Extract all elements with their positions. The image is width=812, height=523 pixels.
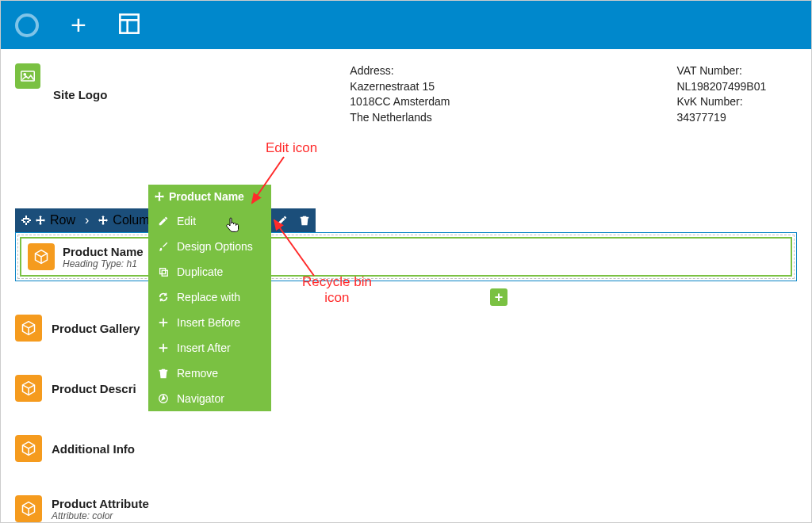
address-line2: 1018CC Amsterdam — [350, 94, 450, 110]
layout-template-icon[interactable] — [118, 13, 140, 38]
pencil-icon — [158, 216, 169, 227]
svg-line-8 — [252, 157, 284, 203]
block-title: Product Name — [63, 245, 144, 258]
context-menu-title: Product Name — [169, 190, 244, 203]
block-title: Product Descri — [52, 382, 136, 395]
vat-block: VAT Number: NL198207499B01 KvK Number: 3… — [676, 63, 766, 125]
ctx-replace-with[interactable]: Replace with — [148, 284, 271, 310]
ctx-item-label: Replace with — [177, 291, 240, 303]
cube-icon — [15, 375, 42, 402]
move-icon — [36, 216, 45, 225]
additional-info-element[interactable]: Additional Info — [15, 435, 797, 462]
annotation-arrow-bin — [270, 216, 326, 283]
product-description-element[interactable]: Product Descri — [15, 375, 797, 402]
block-title: Product Gallery — [52, 322, 140, 335]
plus-icon — [158, 342, 169, 353]
top-toolbar: + — [1, 1, 811, 49]
ctx-remove[interactable]: Remove — [148, 361, 271, 386]
cube-icon — [15, 495, 42, 522]
kvk-label: KvK Number: — [676, 94, 766, 110]
ctx-duplicate[interactable]: Duplicate — [148, 259, 271, 284]
svg-line-9 — [274, 220, 314, 276]
ctx-item-label: Duplicate — [177, 265, 223, 278]
element-breadcrumb: Row › Column Product Name — [15, 208, 797, 232]
annotation-edit-label: Edit icon — [266, 140, 317, 156]
vat-value: NL198207499B01 — [676, 79, 766, 95]
move-icon — [155, 192, 164, 201]
svg-rect-6 — [162, 271, 167, 277]
svg-rect-0 — [120, 14, 138, 32]
block-title: Additional Info — [52, 442, 135, 456]
svg-rect-5 — [160, 269, 166, 274]
breadcrumb-row-label: Row — [50, 213, 75, 227]
refresh-icon — [158, 292, 169, 303]
duplicate-icon — [158, 266, 169, 277]
site-logo-placeholder[interactable] — [15, 63, 40, 89]
svg-point-4 — [24, 74, 25, 75]
block-subtitle: Heading Type: h1 — [63, 258, 144, 269]
column-outline[interactable]: Product Name Heading Type: h1 — [17, 235, 795, 279]
product-gallery-element[interactable]: Product Gallery — [15, 315, 797, 342]
plus-icon — [158, 317, 169, 328]
address-line1: Kazernestraat 15 — [350, 79, 450, 95]
ctx-design-options[interactable]: Design Options — [148, 234, 271, 259]
ctx-navigator[interactable]: Navigator — [148, 386, 271, 411]
address-block: Address: Kazernestraat 15 1018CC Amsterd… — [350, 63, 450, 125]
move-icon — [98, 216, 108, 225]
ctx-item-label: Remove — [177, 367, 218, 380]
page-content: Site Logo Address: Kazernestraat 15 1018… — [1, 49, 811, 523]
add-element-icon[interactable]: + — [71, 10, 86, 40]
cube-icon — [15, 435, 42, 462]
row-outline[interactable]: Product Name Heading Type: h1 + — [15, 232, 797, 281]
ctx-insert-before[interactable]: Insert Before — [148, 310, 271, 335]
address-label: Address: — [350, 63, 450, 79]
ctx-item-label: Design Options — [177, 240, 253, 253]
annotation-bin-line1: Recycle bin — [302, 274, 372, 290]
ctx-item-label: Edit — [177, 215, 196, 227]
app-logo-icon[interactable] — [15, 13, 39, 37]
vat-label: VAT Number: — [676, 63, 766, 79]
breadcrumb-row[interactable]: Row — [15, 208, 82, 232]
block-subtitle: Attribute: color — [52, 510, 149, 521]
cube-icon — [28, 243, 55, 270]
annotation-bin-line2: icon — [302, 290, 372, 306]
kvk-value: 34377719 — [676, 110, 766, 126]
annotation-arrow-edit — [248, 155, 288, 214]
builder-area: Row › Column Product Name — [15, 208, 797, 522]
context-menu: Product Name Edit Design Options Duplica… — [148, 185, 271, 411]
product-attribute-text: Product Attribute Attribute: color — [52, 497, 149, 521]
product-name-text: Product Name Heading Type: h1 — [63, 245, 144, 269]
ctx-insert-after[interactable]: Insert After — [148, 335, 271, 361]
block-title: Product Attribute — [52, 497, 149, 510]
ctx-item-label: Navigator — [177, 392, 224, 405]
header-row: Site Logo Address: Kazernestraat 15 1018… — [15, 63, 797, 125]
add-row-icon[interactable]: + — [490, 288, 508, 306]
ctx-item-label: Insert Before — [177, 316, 240, 329]
trash-icon — [158, 368, 169, 379]
site-logo-label: Site Logo — [53, 88, 107, 101]
brush-icon — [158, 241, 169, 252]
ctx-item-label: Insert After — [177, 342, 231, 354]
address-line3: The Netherlands — [350, 110, 450, 126]
cube-icon — [15, 315, 42, 342]
product-name-element[interactable]: Product Name Heading Type: h1 — [20, 237, 792, 277]
annotation-bin-label: Recycle bin icon — [302, 274, 372, 307]
navigator-icon — [158, 393, 169, 404]
breadcrumb-separator: › — [82, 208, 92, 232]
product-attribute-element[interactable]: Product Attribute Attribute: color — [15, 495, 797, 522]
cursor-pointer-icon — [225, 217, 241, 235]
